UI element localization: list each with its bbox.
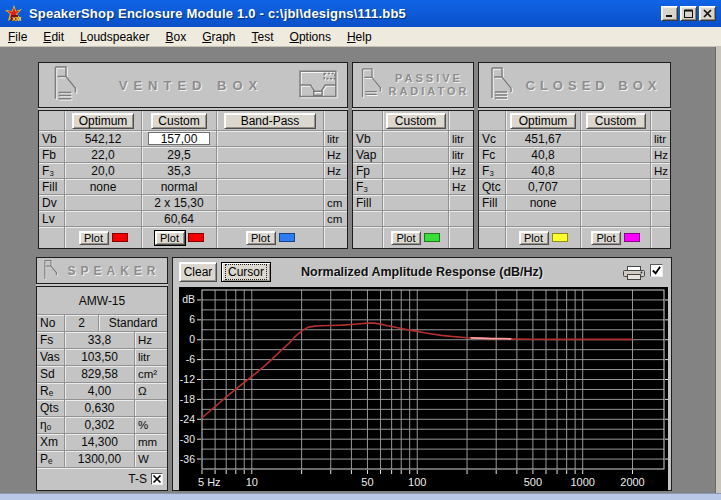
value-cell: normal — [142, 179, 217, 195]
value-cell — [383, 179, 449, 195]
menu-bar: FileEditLoudspeakerBoxGraphTestOptionsHe… — [0, 27, 721, 47]
closed-row-label: F₃ — [479, 163, 506, 179]
speaker-type-cell: Standard — [99, 315, 167, 332]
vented-optimum-button[interactable]: Optimum — [72, 113, 134, 129]
column-button-cell: Optimum — [506, 111, 581, 131]
x-mark-icon — [152, 474, 162, 484]
value-cell: 14,300 — [65, 434, 135, 451]
svg-text:dB: dB — [182, 293, 195, 305]
value-cell — [217, 147, 324, 163]
unit-cell: Hz — [324, 147, 347, 163]
vented-row-label: Vb — [39, 131, 65, 147]
closed-plot-button-0[interactable]: Plot — [519, 231, 549, 245]
svg-text:10: 10 — [246, 476, 258, 488]
vented-plot-button-2[interactable]: Plot — [246, 231, 276, 245]
vented-edit-field[interactable]: 157,00 — [148, 132, 210, 145]
passive-radiator-title: PASSIVE RADIATOR — [385, 72, 473, 98]
menu-edit[interactable]: Edit — [35, 28, 72, 46]
unit-cell: Hz — [135, 332, 167, 349]
value-cell — [581, 211, 651, 227]
plot-cell: Plot — [383, 227, 449, 248]
speaker-row-label: Fs — [37, 332, 65, 349]
value-cell: 29,5 — [142, 147, 217, 163]
menu-loudspeaker[interactable]: Loudspeaker — [72, 28, 157, 46]
plot-color-chip — [552, 233, 568, 242]
cursor-button[interactable]: Cursor — [221, 262, 271, 282]
passive-plot-button-0[interactable]: Plot — [391, 231, 421, 245]
menu-options[interactable]: Options — [282, 28, 339, 46]
menu-file[interactable]: File — [0, 28, 35, 46]
value-cell — [217, 211, 324, 227]
unit-cell: litr — [324, 131, 347, 147]
vented-row-label: F₃ — [39, 163, 65, 179]
closed-optimum-button[interactable]: Optimum — [510, 113, 576, 129]
close-button[interactable] — [699, 6, 716, 21]
vented-band-pass-button[interactable]: Band-Pass — [224, 113, 316, 129]
clear-button[interactable]: Clear — [179, 262, 217, 282]
empty-cell — [651, 111, 670, 131]
menu-box[interactable]: Box — [157, 28, 194, 46]
plot-cell: Plot — [506, 227, 581, 248]
column-button-cell: Custom — [142, 111, 217, 131]
passive-custom-button[interactable]: Custom — [386, 113, 446, 129]
speaker-row-label: ηₒ — [37, 417, 65, 434]
menu-test[interactable]: Test — [244, 28, 282, 46]
svg-text:-12: -12 — [180, 373, 195, 385]
closed-plot-button-1[interactable]: Plot — [591, 231, 621, 245]
closed-custom-button[interactable]: Custom — [586, 113, 646, 129]
value-cell — [65, 211, 142, 227]
printer-icon[interactable] — [623, 266, 645, 280]
vented-plot-button-0[interactable]: Plot — [79, 231, 109, 245]
ts-checkbox[interactable] — [151, 473, 163, 485]
empty-cell — [324, 111, 347, 131]
chart-panel: Clear Cursor Normalized Amplitude Respon… — [172, 257, 672, 491]
unit-cell: litr — [651, 131, 670, 147]
value-cell: 157,00 — [142, 131, 217, 147]
column-button-cell: Custom — [383, 111, 449, 131]
value-cell: 2 x 15,30 — [142, 195, 217, 211]
maximize-icon — [684, 9, 693, 18]
value-cell: 40,8 — [506, 147, 581, 163]
svg-text:XM: XM — [12, 15, 21, 21]
title-bar[interactable]: XM SpeakerShop Enclosure Module 1.0 - c:… — [0, 0, 721, 27]
closed-row-label: Vc — [479, 131, 506, 147]
svg-text:-30: -30 — [180, 433, 195, 445]
value-cell: 22,0 — [65, 147, 142, 163]
unit-cell: litr — [449, 131, 473, 147]
closed-box-table: OptimumCustomVc451,67litrFc40,8HzF₃40,8H… — [478, 110, 671, 249]
unit-cell: Hz — [449, 163, 473, 179]
value-cell: 103,50 — [65, 349, 135, 366]
speaker-header: SPEAKER — [36, 257, 168, 284]
closed-row-label: Qtc — [479, 179, 506, 195]
value-cell: none — [506, 195, 581, 211]
value-cell — [383, 195, 449, 211]
minimize-button[interactable] — [661, 6, 678, 21]
svg-text:-6: -6 — [186, 353, 195, 365]
passive-row-label: Vb — [353, 131, 383, 147]
closed-box-title: CLOSED BOX — [517, 78, 670, 93]
value-cell — [383, 131, 449, 147]
empty-cell — [651, 227, 670, 248]
app-icon: XM — [5, 5, 23, 23]
unit-cell — [324, 179, 347, 195]
desktop-strip — [0, 493, 721, 500]
vented-custom-button[interactable]: Custom — [151, 113, 207, 129]
value-cell — [217, 131, 324, 147]
value-cell: 33,8 — [65, 332, 135, 349]
maximize-button[interactable] — [680, 6, 697, 21]
unit-cell: W — [135, 451, 167, 468]
speaker-table: AMW-15No2StandardFs33,8HzVas103,50litrSd… — [36, 286, 168, 491]
closed-row-label: Fill — [479, 195, 506, 211]
response-plot: dB60-6-12-18-24-30-365 Hz105010050010002… — [179, 287, 668, 491]
speaker-driver-icon — [359, 68, 385, 102]
vented-plot-button-1[interactable]: Plot — [155, 231, 185, 245]
window-title: SpeakerShop Enclosure Module 1.0 - c:\jb… — [29, 6, 661, 21]
menu-graph[interactable]: Graph — [194, 28, 243, 46]
vented-row-label: Fb — [39, 147, 65, 163]
menu-help[interactable]: Help — [339, 28, 380, 46]
vented-row-label: Fill — [39, 179, 65, 195]
svg-text:0: 0 — [189, 333, 195, 345]
unit-cell: Ω — [135, 383, 167, 400]
chart-enabled-checkbox[interactable] — [650, 264, 663, 277]
ts-row: T-S — [37, 468, 167, 490]
